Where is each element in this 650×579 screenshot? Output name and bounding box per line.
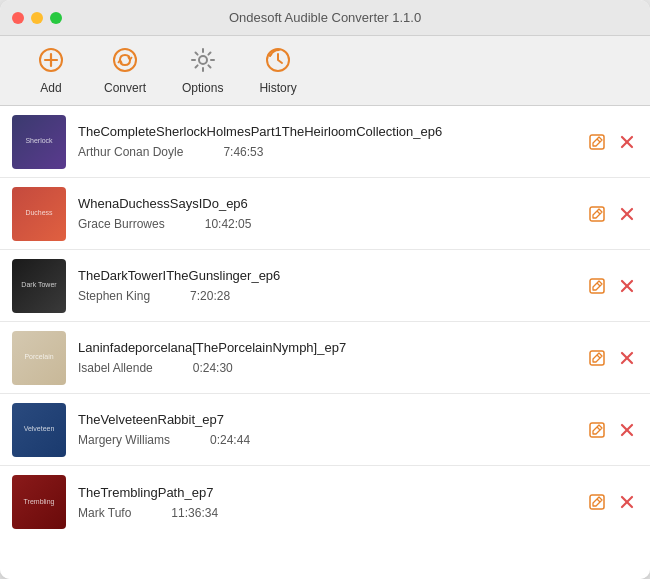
edit-button[interactable] xyxy=(586,419,608,441)
book-row: Velveteen TheVelveteenRabbit_ep7 Margery… xyxy=(0,394,650,466)
book-author: Grace Burrowes xyxy=(78,217,165,231)
book-title: TheVelveteenRabbit_ep7 xyxy=(78,412,574,427)
book-info: WhenaDuchessSaysIDo_ep6 Grace Burrowes 1… xyxy=(66,196,586,231)
add-toolbar-item[interactable]: Add xyxy=(16,42,86,99)
add-label: Add xyxy=(40,81,61,95)
book-actions xyxy=(586,131,638,153)
svg-rect-10 xyxy=(590,207,604,221)
book-list: Sherlock TheCompleteSherlockHolmesPart1T… xyxy=(0,106,650,579)
book-author: Mark Tufo xyxy=(78,506,131,520)
cover-text: Trembling xyxy=(20,494,59,510)
book-author: Isabel Allende xyxy=(78,361,153,375)
book-meta: Arthur Conan Doyle 7:46:53 xyxy=(78,145,574,159)
book-cover: Porcelain xyxy=(12,331,66,385)
svg-line-19 xyxy=(597,355,600,358)
cover-text: Velveteen xyxy=(20,421,59,437)
window-title: Ondesoft Audible Converter 1.1.0 xyxy=(229,10,421,25)
book-row: Dark Tower TheDarkTowerITheGunslinger_ep… xyxy=(0,250,650,322)
delete-button[interactable] xyxy=(616,275,638,297)
delete-button[interactable] xyxy=(616,347,638,369)
delete-button[interactable] xyxy=(616,419,638,441)
book-cover: Duchess xyxy=(12,187,66,241)
add-icon xyxy=(37,46,65,78)
svg-point-4 xyxy=(199,56,207,64)
book-row: Trembling TheTremblingPath_ep7 Mark Tufo… xyxy=(0,466,650,538)
title-bar: Ondesoft Audible Converter 1.1.0 xyxy=(0,0,650,36)
svg-point-3 xyxy=(114,49,136,71)
book-row: Sherlock TheCompleteSherlockHolmesPart1T… xyxy=(0,106,650,178)
book-info: TheVelveteenRabbit_ep7 Margery Williams … xyxy=(66,412,586,447)
traffic-lights xyxy=(12,12,62,24)
book-duration: 7:46:53 xyxy=(223,145,263,159)
convert-icon xyxy=(111,46,139,78)
options-icon xyxy=(189,46,217,78)
book-title: TheDarkTowerITheGunslinger_ep6 xyxy=(78,268,574,283)
book-author: Margery Williams xyxy=(78,433,170,447)
book-title: TheCompleteSherlockHolmesPart1TheHeirloo… xyxy=(78,124,574,139)
book-row: Duchess WhenaDuchessSaysIDo_ep6 Grace Bu… xyxy=(0,178,650,250)
book-info: Laninfadeporcelana[ThePorcelainNymph]_ep… xyxy=(66,340,586,375)
cover-text: Porcelain xyxy=(20,349,57,365)
book-title: WhenaDuchessSaysIDo_ep6 xyxy=(78,196,574,211)
book-cover: Sherlock xyxy=(12,115,66,169)
options-label: Options xyxy=(182,81,223,95)
history-icon xyxy=(264,46,292,78)
minimize-button[interactable] xyxy=(31,12,43,24)
book-title: Laninfadeporcelana[ThePorcelainNymph]_ep… xyxy=(78,340,574,355)
convert-toolbar-item[interactable]: Convert xyxy=(86,42,164,99)
history-toolbar-item[interactable]: History xyxy=(241,42,314,99)
svg-rect-26 xyxy=(590,495,604,509)
svg-rect-18 xyxy=(590,351,604,365)
book-actions xyxy=(586,275,638,297)
book-info: TheTremblingPath_ep7 Mark Tufo 11:36:34 xyxy=(66,485,586,520)
book-cover: Trembling xyxy=(12,475,66,529)
options-toolbar-item[interactable]: Options xyxy=(164,42,241,99)
history-label: History xyxy=(259,81,296,95)
edit-button[interactable] xyxy=(586,131,608,153)
delete-button[interactable] xyxy=(616,491,638,513)
cover-text: Dark Tower xyxy=(17,277,60,293)
svg-line-27 xyxy=(597,499,600,502)
book-info: TheDarkTowerITheGunslinger_ep6 Stephen K… xyxy=(66,268,586,303)
book-duration: 10:42:05 xyxy=(205,217,252,231)
book-actions xyxy=(586,491,638,513)
svg-rect-14 xyxy=(590,279,604,293)
book-meta: Stephen King 7:20:28 xyxy=(78,289,574,303)
book-meta: Grace Burrowes 10:42:05 xyxy=(78,217,574,231)
book-cover: Velveteen xyxy=(12,403,66,457)
book-author: Arthur Conan Doyle xyxy=(78,145,183,159)
edit-button[interactable] xyxy=(586,275,608,297)
maximize-button[interactable] xyxy=(50,12,62,24)
svg-line-15 xyxy=(597,283,600,286)
book-meta: Mark Tufo 11:36:34 xyxy=(78,506,574,520)
svg-rect-22 xyxy=(590,423,604,437)
edit-button[interactable] xyxy=(586,203,608,225)
book-meta: Isabel Allende 0:24:30 xyxy=(78,361,574,375)
book-duration: 11:36:34 xyxy=(171,506,218,520)
svg-line-7 xyxy=(597,139,600,142)
app-window: Ondesoft Audible Converter 1.1.0 Add xyxy=(0,0,650,579)
edit-button[interactable] xyxy=(586,491,608,513)
cover-text: Duchess xyxy=(21,205,56,221)
book-duration: 0:24:30 xyxy=(193,361,233,375)
book-duration: 7:20:28 xyxy=(190,289,230,303)
edit-button[interactable] xyxy=(586,347,608,369)
book-actions xyxy=(586,347,638,369)
svg-line-23 xyxy=(597,427,600,430)
book-actions xyxy=(586,203,638,225)
book-row: Porcelain Laninfadeporcelana[ThePorcelai… xyxy=(0,322,650,394)
book-info: TheCompleteSherlockHolmesPart1TheHeirloo… xyxy=(66,124,586,159)
close-button[interactable] xyxy=(12,12,24,24)
book-actions xyxy=(586,419,638,441)
delete-button[interactable] xyxy=(616,131,638,153)
book-duration: 0:24:44 xyxy=(210,433,250,447)
svg-line-11 xyxy=(597,211,600,214)
toolbar: Add Convert Options xyxy=(0,36,650,106)
svg-rect-6 xyxy=(590,135,604,149)
book-meta: Margery Williams 0:24:44 xyxy=(78,433,574,447)
book-title: TheTremblingPath_ep7 xyxy=(78,485,574,500)
cover-text: Sherlock xyxy=(21,133,56,149)
delete-button[interactable] xyxy=(616,203,638,225)
book-cover: Dark Tower xyxy=(12,259,66,313)
book-author: Stephen King xyxy=(78,289,150,303)
